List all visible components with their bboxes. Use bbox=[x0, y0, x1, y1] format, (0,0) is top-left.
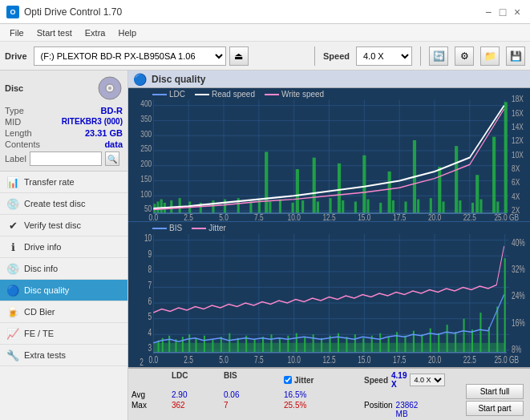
svg-text:300: 300 bbox=[140, 128, 152, 139]
settings-button[interactable]: ⚙ bbox=[455, 46, 474, 66]
disc-title: Disc bbox=[5, 83, 23, 93]
start-part-button[interactable]: Start part bbox=[466, 401, 524, 416]
sidebar-item-transfer-rate[interactable]: 📊 Transfer rate bbox=[0, 172, 127, 193]
refresh-button[interactable]: 🔄 bbox=[429, 46, 448, 66]
transfer-rate-label: Transfer rate bbox=[24, 177, 75, 187]
svg-text:8X: 8X bbox=[512, 164, 520, 174]
svg-rect-171 bbox=[479, 313, 481, 353]
svg-text:10X: 10X bbox=[512, 149, 524, 160]
svg-text:5: 5 bbox=[148, 312, 152, 322]
svg-text:200: 200 bbox=[140, 159, 152, 169]
drive-label: Drive bbox=[5, 51, 27, 61]
svg-rect-57 bbox=[388, 172, 391, 213]
speed-stat-dropdown[interactable]: 4.0 X bbox=[410, 374, 445, 386]
create-test-disc-icon: 💿 bbox=[6, 197, 19, 210]
close-button[interactable]: × bbox=[511, 6, 524, 18]
disc-label-button[interactable]: 🔍 bbox=[105, 151, 119, 166]
svg-text:10.0: 10.0 bbox=[288, 212, 301, 221]
svg-rect-157 bbox=[362, 338, 364, 353]
svg-rect-70 bbox=[330, 198, 332, 213]
svg-text:40%: 40% bbox=[512, 238, 525, 248]
speed-dropdown[interactable]: 4.0 X2.0 X1.0 XMAX bbox=[356, 46, 412, 66]
svg-text:15.0: 15.0 bbox=[358, 212, 371, 221]
max-spacer bbox=[268, 401, 284, 418]
sidebar-item-fe-te[interactable]: 📈 FE / TE bbox=[0, 323, 127, 345]
extra-tests-icon: 🔧 bbox=[6, 349, 19, 361]
svg-rect-72 bbox=[354, 201, 357, 212]
stats-max-row: Max 362 7 25.5% Position 23862 MB bbox=[131, 400, 463, 419]
avg-jitter: 16.5% bbox=[284, 390, 364, 399]
sidebar-item-cd-bier[interactable]: 🍺 CD Bier bbox=[0, 301, 127, 323]
save-button[interactable]: 💾 bbox=[506, 46, 525, 66]
svg-text:25.0 GB: 25.0 GB bbox=[494, 212, 519, 221]
stat-col-empty bbox=[131, 371, 172, 389]
svg-text:4: 4 bbox=[148, 327, 152, 337]
svg-text:150: 150 bbox=[140, 174, 152, 184]
svg-rect-51 bbox=[249, 201, 252, 212]
max-jitter: 25.5% bbox=[284, 401, 364, 418]
disc-quality-icon: 🔵 bbox=[6, 284, 19, 297]
action-buttons: Start full Start part bbox=[463, 370, 527, 420]
svg-rect-65 bbox=[269, 201, 271, 212]
toolbar-separator-2 bbox=[420, 46, 421, 66]
sidebar-item-disc-quality[interactable]: 🔵 Disc quality bbox=[0, 280, 127, 301]
svg-rect-53 bbox=[296, 169, 299, 213]
svg-rect-133 bbox=[168, 336, 170, 353]
folder-button[interactable]: 📁 bbox=[480, 46, 500, 66]
svg-rect-162 bbox=[404, 336, 406, 353]
menu-extra[interactable]: Extra bbox=[79, 26, 112, 39]
disc-length-label: Length bbox=[5, 128, 32, 138]
svg-rect-74 bbox=[379, 203, 382, 213]
stats-avg-row: Avg 2.90 0.06 16.5% bbox=[131, 390, 463, 400]
max-position: Position 23862 MB bbox=[364, 401, 432, 418]
disc-label-input[interactable] bbox=[30, 151, 102, 166]
menu-bar: File Start test Extra Help bbox=[0, 24, 530, 42]
svg-rect-80 bbox=[459, 200, 461, 213]
max-bis: 7 bbox=[224, 401, 268, 418]
svg-text:17.5: 17.5 bbox=[393, 355, 406, 365]
upper-legend: LDC Read speed Write speed bbox=[152, 90, 324, 99]
disc-type-value: BD-R bbox=[101, 106, 123, 115]
stats-table: LDC BIS Jitter Speed 4.19 X bbox=[131, 370, 463, 420]
sidebar-item-verify-test-disc[interactable]: ✔ Verify test disc bbox=[0, 215, 127, 236]
svg-rect-152 bbox=[321, 338, 322, 353]
svg-rect-167 bbox=[447, 325, 448, 353]
right-panel: 🔵 Disc quality LDC Read speed bbox=[128, 71, 530, 420]
disc-quality-header: 🔵 Disc quality bbox=[128, 71, 530, 88]
sidebar-item-disc-info[interactable]: 💿 Disc info bbox=[0, 258, 127, 280]
bis-legend-item: BIS bbox=[152, 224, 182, 232]
svg-rect-144 bbox=[254, 339, 256, 353]
svg-rect-62 bbox=[492, 137, 496, 213]
menu-file[interactable]: File bbox=[3, 26, 30, 39]
svg-text:7.5: 7.5 bbox=[254, 355, 264, 365]
svg-rect-139 bbox=[212, 339, 213, 353]
verify-test-disc-label: Verify test disc bbox=[24, 220, 81, 230]
drive-dropdown[interactable]: (F:) PLEXTOR BD-R PX-LB950SA 1.06 bbox=[34, 46, 226, 66]
maximize-button[interactable]: □ bbox=[496, 6, 509, 18]
disc-contents-label: Contents bbox=[5, 139, 40, 149]
svg-rect-146 bbox=[270, 334, 272, 353]
svg-rect-55 bbox=[338, 164, 341, 213]
jitter-checkbox[interactable] bbox=[284, 376, 292, 384]
avg-label: Avg bbox=[131, 390, 172, 399]
start-full-button[interactable]: Start full bbox=[466, 384, 524, 399]
minimize-button[interactable]: − bbox=[482, 6, 495, 18]
position-value: 23862 MB bbox=[396, 401, 432, 418]
sidebar-item-extra-tests[interactable]: 🔧 Extra tests bbox=[0, 345, 127, 366]
svg-rect-42 bbox=[160, 200, 163, 213]
menu-help[interactable]: Help bbox=[111, 26, 143, 39]
svg-rect-173 bbox=[496, 307, 498, 353]
drive-info-icon: ℹ bbox=[6, 240, 19, 253]
svg-rect-156 bbox=[354, 334, 356, 353]
sidebar-item-drive-info[interactable]: ℹ Drive info bbox=[0, 236, 127, 258]
stats-row-container: LDC BIS Jitter Speed 4.19 X bbox=[131, 370, 527, 420]
sidebar-item-create-test-disc[interactable]: 💿 Create test disc bbox=[0, 193, 127, 215]
menu-start-test[interactable]: Start test bbox=[30, 26, 79, 39]
verify-test-disc-icon: ✔ bbox=[6, 219, 19, 232]
svg-rect-174 bbox=[504, 258, 506, 353]
disc-info-icon: 💿 bbox=[6, 262, 19, 275]
svg-text:7: 7 bbox=[148, 281, 152, 291]
svg-text:24%: 24% bbox=[512, 291, 525, 301]
avg-speed-empty bbox=[364, 390, 432, 399]
eject-button[interactable]: ⏏ bbox=[229, 46, 249, 66]
